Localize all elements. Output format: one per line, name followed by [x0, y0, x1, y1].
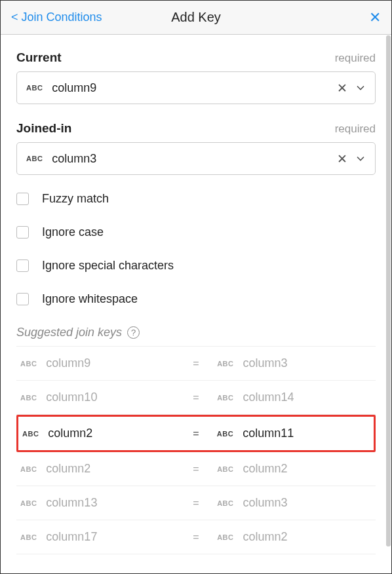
suggested-right-text: column2	[243, 462, 287, 476]
joined-select[interactable]: ABC column3 ✕	[16, 142, 376, 175]
text-type-icon: ABC	[217, 394, 233, 402]
text-type-icon: ABC	[20, 533, 37, 541]
ignore-whitespace-row: Ignore whitespace	[16, 292, 376, 306]
fuzzy-match-row: Fuzzy match	[16, 192, 376, 206]
suggested-right-text: column2	[243, 530, 287, 544]
suggested-right: ABCcolumn2	[217, 462, 372, 476]
suggested-left-text: column9	[46, 356, 90, 370]
suggested-row[interactable]: ABCcolumn10=ABCcolumn14	[16, 381, 376, 415]
suggested-right: ABCcolumn2	[217, 530, 372, 544]
dialog-header: < Join Conditions Add Key ✕	[1, 1, 391, 35]
text-type-icon: ABC	[217, 430, 233, 438]
options-group: Fuzzy match Ignore case Ignore special c…	[16, 192, 376, 306]
suggested-left-text: column17	[46, 530, 97, 544]
joined-label: Joined-in	[16, 121, 71, 136]
suggested-right-text: column14	[243, 391, 294, 404]
suggested-header: Suggested join keys ?	[16, 326, 376, 339]
equals-icon: =	[175, 497, 217, 509]
scrollbar[interactable]	[386, 35, 391, 546]
equals-icon: =	[175, 358, 217, 370]
joined-value: column3	[52, 152, 337, 166]
suggested-left-text: column10	[46, 391, 97, 404]
suggested-right: ABCcolumn11	[217, 427, 370, 440]
chevron-down-icon[interactable]	[355, 153, 366, 164]
suggested-right: ABCcolumn3	[217, 496, 372, 510]
joined-required: required	[335, 123, 376, 136]
current-value: column9	[52, 81, 337, 95]
dialog-body: Current required ABC column9 ✕ Joined-in…	[1, 35, 391, 573]
suggested-left-text: column2	[46, 462, 90, 476]
text-type-icon: ABC	[217, 360, 233, 368]
suggested-row[interactable]: ABCcolumn13=ABCcolumn3	[16, 486, 376, 520]
suggested-right-text: column3	[243, 496, 287, 510]
current-required: required	[335, 52, 376, 65]
suggested-right-text: column11	[243, 427, 294, 440]
suggested-left-text: column13	[46, 496, 97, 510]
equals-icon: =	[175, 428, 217, 440]
text-type-icon: ABC	[22, 430, 39, 438]
current-label-row: Current required	[16, 50, 376, 65]
suggested-row[interactable]: ABCcolumn17=ABCcolumn2	[16, 520, 376, 554]
current-select[interactable]: ABC column9 ✕	[16, 71, 376, 104]
ignore-whitespace-label: Ignore whitespace	[42, 292, 138, 306]
suggested-left-text: column2	[48, 427, 92, 440]
text-type-icon: ABC	[217, 465, 233, 473]
text-type-icon: ABC	[20, 360, 37, 368]
suggested-left: ABCcolumn2	[20, 462, 175, 476]
ignore-special-label: Ignore special characters	[42, 259, 174, 273]
suggested-right-text: column3	[243, 356, 287, 370]
suggested-left: ABCcolumn17	[20, 530, 175, 544]
ignore-special-checkbox[interactable]	[16, 259, 29, 272]
ignore-whitespace-checkbox[interactable]	[16, 293, 29, 305]
suggested-left: ABCcolumn10	[20, 391, 175, 404]
text-type-icon: ABC	[20, 465, 37, 473]
text-type-icon: ABC	[217, 533, 233, 541]
help-icon[interactable]: ?	[127, 326, 140, 339]
suggested-row[interactable]: ABCcolumn2=ABCcolumn2	[16, 452, 376, 486]
equals-icon: =	[175, 463, 217, 475]
suggested-left: ABCcolumn2	[22, 427, 175, 440]
ignore-special-row: Ignore special characters	[16, 259, 376, 273]
ignore-case-label: Ignore case	[42, 225, 104, 239]
suggested-right: ABCcolumn3	[217, 356, 372, 370]
suggested-left: ABCcolumn9	[20, 356, 175, 370]
fuzzy-match-checkbox[interactable]	[16, 193, 29, 205]
text-type-icon: ABC	[20, 394, 37, 402]
joined-label-row: Joined-in required	[16, 121, 376, 136]
suggested-left: ABCcolumn13	[20, 496, 175, 510]
equals-icon: =	[175, 531, 217, 543]
chevron-down-icon[interactable]	[355, 83, 366, 93]
back-link[interactable]: < Join Conditions	[11, 10, 102, 24]
dialog-title: Add Key	[171, 10, 221, 25]
suggested-label: Suggested join keys	[16, 326, 122, 339]
suggested-right: ABCcolumn14	[217, 391, 372, 404]
clear-joined-icon[interactable]: ✕	[337, 151, 347, 166]
text-type-icon: ABC	[20, 499, 37, 507]
ignore-case-row: Ignore case	[16, 225, 376, 239]
suggested-list: ABCcolumn9=ABCcolumn3ABCcolumn10=ABCcolu…	[16, 346, 376, 554]
equals-icon: =	[175, 392, 217, 404]
current-label: Current	[16, 50, 62, 65]
close-icon[interactable]: ✕	[369, 9, 381, 26]
clear-current-icon[interactable]: ✕	[337, 81, 347, 96]
text-type-icon: ABC	[26, 84, 43, 92]
ignore-case-checkbox[interactable]	[16, 226, 29, 239]
suggested-row[interactable]: ABCcolumn9=ABCcolumn3	[16, 346, 376, 381]
suggested-row[interactable]: ABCcolumn2=ABCcolumn11	[16, 415, 376, 452]
text-type-icon: ABC	[26, 155, 43, 163]
fuzzy-match-label: Fuzzy match	[42, 192, 109, 206]
text-type-icon: ABC	[217, 499, 233, 507]
